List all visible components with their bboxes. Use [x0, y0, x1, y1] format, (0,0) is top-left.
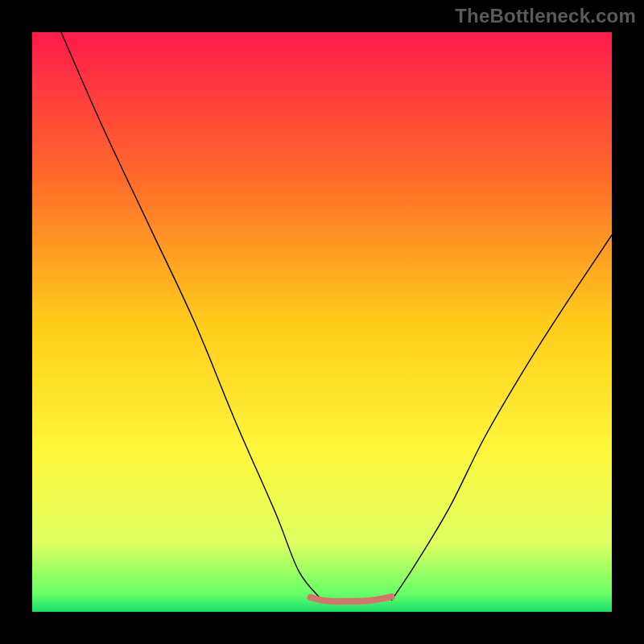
- chart-svg: [32, 32, 612, 612]
- plot-area: [32, 32, 612, 612]
- watermark-text: TheBottleneck.com: [455, 5, 636, 27]
- heat-gradient-background: [32, 32, 612, 612]
- chart-frame: TheBottleneck.com: [0, 0, 644, 644]
